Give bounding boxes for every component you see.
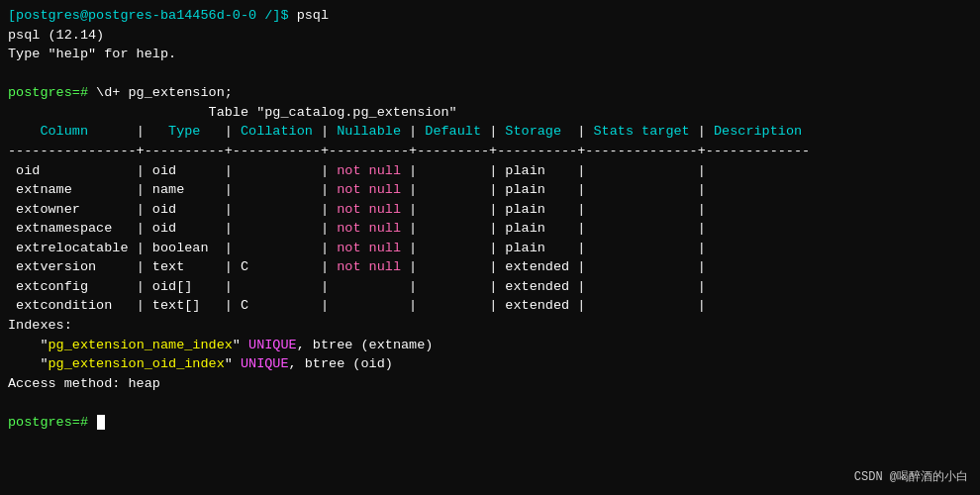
indexes-header: Indexes:: [8, 316, 972, 336]
empty-line-2: [8, 393, 972, 413]
row-extname: extname | name | | not null | | plain | …: [8, 180, 972, 200]
row-extversion: extversion | text | C | not null | | ext…: [8, 257, 972, 277]
help-line: Type "help" for help.: [8, 45, 972, 64]
table-title: Table "pg_catalog.pg_extension": [8, 103, 972, 123]
prompt-bracket: [postgres@postgres-ba14456d-0-0 /]$: [8, 8, 289, 23]
row-extconfig: extconfig | oid[] | | | | extended | |: [8, 277, 972, 297]
watermark: CSDN @喝醉酒的小白: [854, 468, 968, 485]
row-extnamespace: extnamespace | oid | | not null | | plai…: [8, 219, 972, 239]
cursor: [97, 415, 105, 430]
row-extcondition: extcondition | text[] | C | | | extended…: [8, 296, 972, 316]
row-extrelocatable: extrelocatable | boolean | | not null | …: [8, 239, 972, 258]
empty-line-1: [8, 64, 972, 84]
table-header: Column | Type | Collation | Nullable | D…: [8, 122, 972, 142]
table-divider: ----------------+----------+-----------+…: [8, 142, 972, 161]
index-2: "pg_extension_oid_index" UNIQUE, btree (…: [8, 354, 972, 374]
terminal: [postgres@postgres-ba14456d-0-0 /]$ psql…: [0, 0, 980, 495]
final-prompt-line: postgres=#: [8, 413, 972, 433]
prompt-line: [postgres@postgres-ba14456d-0-0 /]$ psql: [8, 6, 972, 26]
command-line: postgres=# \d+ pg_extension;: [8, 83, 972, 103]
version-line: psql (12.14): [8, 26, 972, 46]
row-extowner: extowner | oid | | not null | | plain | …: [8, 200, 972, 220]
row-oid: oid | oid | | not null | | plain | |: [8, 161, 972, 181]
index-1: "pg_extension_name_index" UNIQUE, btree …: [8, 336, 972, 355]
access-method: Access method: heap: [8, 374, 972, 394]
